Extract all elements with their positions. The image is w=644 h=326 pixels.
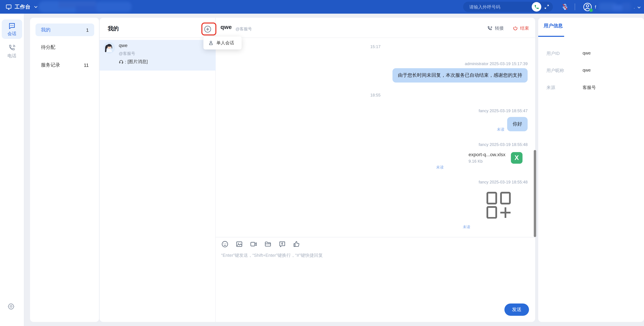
time-divider: 15:17: [216, 44, 535, 49]
sidebar-item-phone[interactable]: 电话: [0, 44, 24, 59]
expand-icon[interactable]: [544, 4, 550, 9]
peer-name: qwe: [220, 24, 232, 31]
call-button[interactable]: [532, 2, 541, 11]
chat-list-item[interactable]: qwe @客服号 : [图片消息]: [100, 40, 216, 71]
monitor-icon: [6, 3, 12, 10]
field-label: 用户ID: [546, 50, 560, 57]
topbar-divider: [575, 3, 575, 10]
redacted-user-name: [599, 3, 631, 11]
chat-list-title: 我的: [108, 25, 119, 32]
transfer-button[interactable]: 转接: [487, 25, 504, 31]
time-divider: 18:55: [216, 93, 535, 97]
message-bubble: 你好: [507, 117, 528, 131]
person-icon: [208, 40, 214, 46]
folder-icon[interactable]: [264, 240, 272, 248]
topbar-user[interactable]: f .: [583, 0, 635, 14]
nav-item-label: 我的: [41, 27, 50, 33]
field-value: qwe: [582, 50, 591, 56]
quick-reply-icon[interactable]: [278, 240, 286, 248]
power-icon: [512, 25, 518, 31]
chat-bubble-icon: [8, 22, 16, 30]
sidebar-item-label: 会话: [0, 31, 24, 37]
image-upload-icon[interactable]: [235, 240, 243, 248]
broken-image-placeholder-icon[interactable]: [486, 191, 512, 219]
phone-call-icon: [8, 44, 16, 52]
workbench-app: 工作台: [0, 0, 644, 326]
sidebar-item-label: 电话: [0, 53, 24, 59]
transfer-label: 转接: [495, 25, 504, 31]
message-meta: fancy 2025-03-19 18:55:48: [479, 142, 528, 147]
thumbs-up-icon[interactable]: [292, 240, 301, 248]
dialer-pill: [463, 2, 553, 12]
tab-active-underline: [538, 36, 564, 37]
mic-muted-icon[interactable]: [562, 3, 568, 10]
plus-circle-icon: [204, 25, 212, 33]
outbound-number-input[interactable]: [463, 4, 532, 9]
menu-item-single-chat[interactable]: 单人会话: [216, 40, 234, 46]
conversation-preview: : [图片消息]: [119, 59, 148, 65]
send-button[interactable]: 发送: [504, 304, 529, 316]
queue-nav-card: 我的 1 待分配 服务记录 11: [30, 18, 99, 322]
peer-channel: @客服号: [236, 26, 252, 32]
message-meta: administrator 2025-03-19 15:17:39: [465, 61, 528, 66]
message-bubble: 由于您长时间未回复，本次服务已自动结束，感谢您的支持: [392, 68, 528, 82]
online-status-dot: [590, 8, 593, 12]
chat-list-column: 我的 qwe @客服号: [100, 18, 216, 322]
message-meta: fancy 2025-03-19 18:55:47: [479, 108, 528, 113]
unread-badge: 未读: [497, 127, 504, 132]
conversation-channel: @客服号: [119, 51, 135, 57]
chevron-down-icon[interactable]: [33, 4, 38, 9]
nav-item-unassigned[interactable]: 待分配: [36, 41, 94, 53]
avatar: [104, 42, 115, 53]
app-title: 工作台: [15, 3, 30, 10]
headset-icon: [119, 59, 124, 64]
topbar: 工作台: [0, 0, 644, 14]
phone-forward-icon: [487, 25, 493, 31]
redacted-topbar-area: [38, 1, 132, 13]
unread-badge: 未读: [463, 224, 470, 230]
message-input-area[interactable]: [221, 261, 480, 302]
nav-item-label: 待分配: [41, 44, 55, 50]
excel-file-icon: X: [511, 152, 522, 164]
tab-user-info[interactable]: 用户信息: [544, 23, 563, 29]
user-name-initial: f: [595, 4, 596, 9]
composer-toolbar: [221, 240, 301, 248]
nav-item-count: 11: [84, 62, 89, 68]
emoji-icon[interactable]: [221, 240, 229, 248]
settings-gear-icon[interactable]: [8, 303, 15, 310]
chat-column: qwe @客服号 转接 结束: [216, 18, 535, 322]
conversation-card: 我的 qwe @客服号: [100, 18, 535, 322]
field-value: 客服号: [582, 85, 596, 91]
user-name-suffix: .: [634, 4, 635, 9]
conversation-name: qwe: [119, 43, 128, 48]
user-info-panel: 用户信息 用户ID qwe 用户昵称 qwe 来源 客服号: [538, 18, 644, 322]
nav-item-count: 1: [86, 27, 89, 32]
end-session-button[interactable]: 结束: [512, 25, 529, 31]
nav-item-label: 服务记录: [41, 62, 60, 68]
nav-item-service-records[interactable]: 服务记录 11: [36, 59, 94, 71]
field-label: 来源: [546, 85, 555, 91]
new-conversation-menu: 单人会话: [204, 36, 242, 49]
phone-icon: [534, 4, 539, 9]
video-icon[interactable]: [250, 240, 258, 248]
nav-item-mine[interactable]: 我的 1: [36, 23, 94, 36]
sidebar-item-conversation[interactable]: 会话: [0, 22, 24, 37]
message-meta: fancy 2025-03-19 18:55:48: [479, 180, 528, 184]
preview-text: [图片消息]: [128, 59, 148, 65]
file-size: 9.16 Kb: [468, 159, 506, 164]
unread-badge: 未读: [436, 165, 444, 170]
field-value: qwe: [582, 67, 591, 73]
module-rail: 会话 电话: [0, 14, 24, 326]
end-label: 结束: [520, 25, 529, 31]
composer-hint: “Enter”键发送，“Shift+Enter”键换行，“#”键快捷回复: [221, 252, 323, 259]
preview-separator: :: [125, 59, 126, 64]
file-name: export-q...ow.xlsx: [468, 152, 506, 157]
new-conversation-button[interactable]: [203, 24, 212, 33]
composer-divider: [216, 237, 535, 237]
chat-scrollbar[interactable]: [534, 150, 536, 237]
user-menu-chevron-icon[interactable]: [637, 5, 641, 9]
field-label: 用户昵称: [546, 67, 564, 74]
user-avatar-icon: [583, 2, 592, 11]
file-message[interactable]: export-q...ow.xlsx 9.16 Kb X: [468, 152, 522, 164]
